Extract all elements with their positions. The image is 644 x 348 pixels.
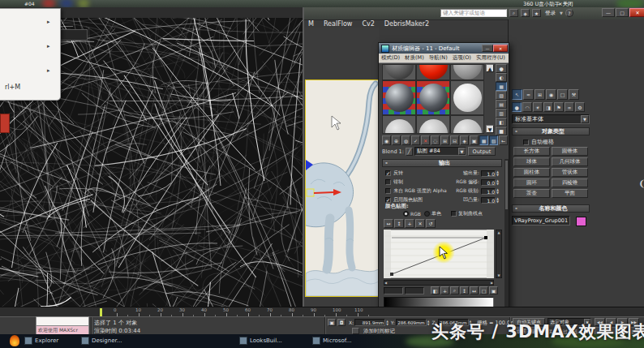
curve-tool-icon[interactable]: ↔ <box>384 219 393 228</box>
output-spinner-value[interactable]: 1.0 <box>481 188 496 195</box>
window-minimize-button[interactable]: — <box>602 8 615 17</box>
signin-caret-icon[interactable]: ▼ <box>560 11 563 15</box>
material-editor-minimize-button[interactable]: — <box>482 45 493 52</box>
subcategory-icon[interactable]: ☀ <box>533 102 543 112</box>
command-tab-icon[interactable]: □ <box>557 89 568 100</box>
output-spinner-value[interactable]: 0.0 <box>481 179 496 186</box>
material-tool-icon[interactable]: ⊟ <box>450 135 459 145</box>
maxscript-listener[interactable]: 欢迎使用 MAXScr <box>36 316 89 335</box>
curve-tool-icon[interactable]: ↺ <box>426 219 436 228</box>
material-tool-icon[interactable]: ▣ <box>470 135 479 145</box>
window-maximize-button[interactable]: ▢ <box>616 8 629 17</box>
object-type-button[interactable]: 圆环 <box>513 178 550 187</box>
curve-v-scrollbar[interactable]: ▲ ▼ <box>496 230 502 278</box>
material-tool-icon[interactable]: ✕ <box>421 135 430 145</box>
object-type-rollout-header[interactable]: -对象类型 <box>512 127 590 135</box>
material-menu-item[interactable]: 模式(D) <box>379 54 402 62</box>
material-tool-icon[interactable]: ◍ <box>401 135 410 145</box>
command-tab-icon[interactable]: ≈ <box>523 89 534 100</box>
panel-resize-grip[interactable]: ❨ <box>638 178 644 189</box>
time-tag-icon[interactable] <box>352 328 359 334</box>
command-tab-icon[interactable]: ◉ <box>546 89 556 100</box>
material-menu-item[interactable]: 实用程序(U) <box>474 54 508 62</box>
eyedropper-icon[interactable]: ╱ <box>406 148 413 156</box>
sample-tool-icon[interactable]: ◐ <box>496 73 507 82</box>
subcategory-icon[interactable]: ● <box>512 102 522 112</box>
category-dropdown[interactable]: 标准基本体 ▼ <box>512 114 590 124</box>
spinner-arrows-icon[interactable]: ▲▼ <box>496 188 502 195</box>
material-menu-item[interactable]: 选项(O) <box>450 54 474 62</box>
subcategory-icon[interactable]: ◨ <box>543 102 553 112</box>
isolate-toggle-icon[interactable]: ▣ <box>328 319 336 326</box>
curve-nav-icon[interactable]: + <box>440 286 449 294</box>
material-editor-title-bar[interactable]: 材质编辑器 - 11 - Default — ✕ <box>379 43 509 54</box>
output-spinner-value[interactable]: 1.0 <box>481 197 496 204</box>
slot-scroll-down-icon[interactable]: ▼ <box>486 125 494 133</box>
material-tool-icon[interactable]: ← <box>499 135 508 145</box>
output-checkbox[interactable] <box>385 179 391 185</box>
curve-tool-icon[interactable]: ↕ <box>394 219 404 228</box>
sample-slot[interactable] <box>416 64 450 80</box>
spinner-arrows-icon[interactable]: ▲▼ <box>496 179 502 186</box>
curve-y-field[interactable] <box>405 287 424 294</box>
radio-icon[interactable] <box>424 211 430 217</box>
taskbar-item[interactable]: Explorer <box>24 337 58 345</box>
material-tool-icon[interactable]: ▦ <box>479 135 488 145</box>
viewport[interactable] <box>305 79 380 297</box>
sample-slot[interactable] <box>450 80 484 115</box>
menu-item-debrismaker2[interactable]: DebrisMaker2 <box>380 20 434 28</box>
sample-tool-icon[interactable]: ▦ <box>496 82 507 91</box>
sample-tool-icon[interactable]: ◧ <box>496 118 507 127</box>
output-checkbox[interactable]: ✓ <box>385 197 391 203</box>
taskbar-item[interactable]: LooksBuil... <box>239 337 282 345</box>
material-name-caret-icon[interactable]: ▼ <box>458 148 466 155</box>
command-tab-icon[interactable]: ↖ <box>512 89 522 100</box>
window-close-button[interactable]: ✕ <box>629 8 644 17</box>
object-name-field[interactable]: VRayProxy_Grup001 <box>512 216 570 226</box>
object-type-button[interactable]: 四棱锥 <box>552 178 588 187</box>
object-type-button[interactable]: 茶壶 <box>513 189 550 198</box>
selection-lock-icon[interactable]: ◘ <box>337 319 346 326</box>
taskbar-flame-icon[interactable] <box>10 335 19 346</box>
color-swatch-red[interactable] <box>0 114 10 133</box>
object-type-button[interactable]: 圆锥体 <box>552 147 588 156</box>
spinner-arrows-icon[interactable]: ▲▼ <box>496 170 502 177</box>
subcategory-icon[interactable]: ∞ <box>565 102 574 112</box>
sample-slot[interactable] <box>450 115 484 134</box>
sample-tool-icon[interactable]: ▤ <box>496 100 507 109</box>
curve-nav-icon[interactable]: □ <box>479 286 488 294</box>
menu-item-cv2[interactable]: Cv2 <box>357 20 379 28</box>
command-tab-icon[interactable]: ⊞ <box>535 89 545 100</box>
curve-nav-icon[interactable]: ↔ <box>470 286 479 294</box>
object-type-button[interactable]: 几何球体 <box>552 157 588 166</box>
material-menu-item[interactable]: 材质(M) <box>402 54 427 62</box>
taskbar-item[interactable]: Microsof... <box>312 337 351 345</box>
curve-nav-icon[interactable]: ▣ <box>489 286 498 294</box>
spin-down-icon[interactable]: ▼ <box>496 200 502 204</box>
object-type-button[interactable]: 管状体 <box>552 168 588 177</box>
taskbar-item[interactable]: Designer... <box>81 337 122 345</box>
material-tool-icon[interactable]: ⊕ <box>392 135 401 145</box>
spinner-arrows-icon[interactable]: ▲▼ <box>427 320 430 326</box>
sample-tool-icon[interactable]: ● <box>496 64 507 73</box>
curve-tool-icon[interactable]: ✕ <box>415 219 425 228</box>
infocenter-search-input[interactable]: 键入关键字或短语 <box>440 9 507 17</box>
material-tool-icon[interactable]: ◈ <box>460 135 469 145</box>
spin-down-icon[interactable]: ▼ <box>386 323 389 326</box>
menu-item-m[interactable]: M <box>303 20 319 28</box>
curve-x-field[interactable] <box>384 287 403 294</box>
spinner-arrows-icon[interactable]: ▲▼ <box>496 197 502 204</box>
output-checkbox[interactable]: ✓ <box>385 170 391 176</box>
output-spinner-value[interactable]: 1.0 <box>481 170 496 177</box>
object-type-button[interactable]: 圆柱体 <box>513 168 550 177</box>
notification-close-button[interactable]: ×关闭 <box>558 1 573 7</box>
copy-curve-checkbox[interactable] <box>451 211 457 217</box>
color-map-radio[interactable]: RGB <box>403 211 421 217</box>
material-type-button[interactable]: Output <box>468 147 496 156</box>
sample-tool-icon[interactable]: ▨ <box>496 91 507 100</box>
subcategory-icon[interactable]: ⚑ <box>554 102 564 112</box>
spinner-arrows-icon[interactable]: ▲▼ <box>386 320 389 326</box>
sample-tool-icon[interactable]: ▥ <box>496 109 507 118</box>
material-editor-close-button[interactable]: ✕ <box>493 45 508 52</box>
coordinate-value[interactable]: 891.9mm <box>354 319 385 326</box>
